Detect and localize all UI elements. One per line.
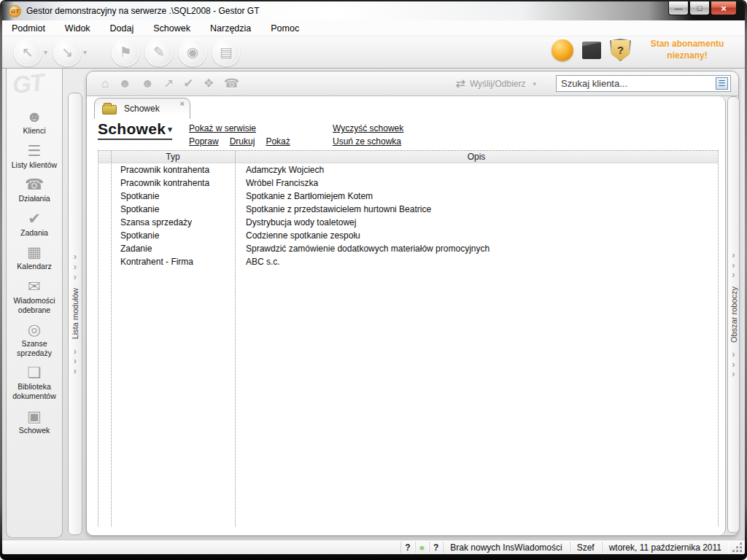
tab-schowek[interactable]: Schowek ×	[94, 98, 190, 119]
sidebar-item-schowek[interactable]: ▣Schowek	[7, 405, 62, 439]
cell-typ: Spotkanie	[111, 190, 235, 203]
page-title[interactable]: Schowek▾	[98, 120, 172, 140]
table-row[interactable]: Kontrahent - FirmaABC s.c.	[98, 255, 718, 268]
chevron-down-icon: ▾	[168, 125, 172, 133]
menu-bar: PodmiotWidokDodajSchowekNarzędziaPomoc	[2, 20, 745, 36]
sidebar-item-label: Listy klientów	[7, 160, 61, 170]
sidebar-item-klienci[interactable]: ☻Klienci	[7, 105, 62, 139]
forward-button[interactable]: ↘	[53, 39, 81, 66]
module-list-strip: ››› Lista modułów ›››	[68, 93, 82, 535]
insert-sphere-icon[interactable]	[551, 39, 573, 61]
search-list-icon[interactable]: ☰	[716, 77, 728, 90]
help-shield-icon[interactable]: ?	[610, 39, 631, 61]
chevron-icon[interactable]: ›	[732, 349, 735, 359]
messages-status[interactable]: Brak nowych InsWiadomości	[443, 542, 569, 553]
listy-klientów-icon: ☰	[7, 141, 61, 160]
phone-button[interactable]: ☎	[224, 76, 239, 91]
link-usuń-ze-schowka[interactable]: Usuń ze schowka	[333, 136, 401, 149]
menu-item-widok[interactable]: Widok	[65, 23, 90, 34]
group-button[interactable]: ❖	[204, 76, 214, 91]
subscription-status: Stan abonamentu nieznany!	[640, 39, 735, 61]
action-button[interactable]: ↗	[163, 76, 174, 91]
sidebar-item-biblioteka-dokumentów[interactable]: ❏Biblioteka dokumentów	[7, 361, 62, 404]
sidebar-item-zadania[interactable]: ✔Zadania	[7, 207, 62, 241]
minimize-button[interactable]: —	[668, 1, 689, 15]
flag-button[interactable]: ⚑	[112, 39, 139, 66]
schowek-icon: ▣	[7, 407, 61, 425]
client-button[interactable]: ☻	[118, 77, 131, 91]
close-button[interactable]: ×	[711, 1, 737, 15]
workspace-content: Schowek × Schowek▾ Pokaż w serwisie Popr…	[87, 96, 726, 535]
resize-grip[interactable]	[732, 542, 743, 553]
sidebar-item-działania[interactable]: ☎Działania	[7, 173, 62, 207]
chevron-icon[interactable]: ›	[74, 262, 77, 272]
task-button[interactable]: ✔	[183, 76, 193, 91]
search-input[interactable]	[561, 78, 716, 89]
sidebar-item-label: Szanse sprzedaży	[7, 339, 61, 357]
table-row[interactable]: SpotkanieSpotkanie z Bartłomiejem Kotem	[98, 190, 718, 203]
column-divider	[235, 151, 236, 526]
chevron-icon[interactable]: ›	[74, 272, 77, 282]
package-cube-icon[interactable]	[582, 42, 601, 59]
sidebar-item-szanse-sprzedaży[interactable]: ◎Szanse sprzedaży	[7, 318, 62, 361]
link-wyczyść-schowek[interactable]: Wyczyść schowek	[333, 123, 403, 136]
table-row[interactable]: Pracownik kontrahentaAdamczyk Wojciech	[98, 163, 718, 176]
status-bar: ? ● ? Brak nowych InsWiadomości Szef wto…	[2, 540, 745, 554]
cash-register-button[interactable]: ⌂	[101, 77, 109, 91]
table-row[interactable]: Szansa sprzedażyDystrybucja wody toaleto…	[98, 216, 718, 229]
link-pokaż[interactable]: Pokaż	[266, 136, 290, 149]
client-employee-button[interactable]: ☻	[141, 77, 154, 91]
sidebar-item-listy-klientów[interactable]: ☰Listy klientów	[7, 139, 62, 174]
chevron-icon[interactable]: ›	[732, 369, 735, 379]
module-sidebar: GT ☻Klienci☰Listy klientów☎Działania✔Zad…	[6, 69, 63, 538]
link-pokaż-w-serwisie[interactable]: Pokaż w serwisie	[189, 123, 256, 136]
link-popraw[interactable]: Popraw	[189, 136, 219, 149]
column-divider	[111, 151, 112, 526]
table-row[interactable]: SpotkanieCodzienne spotkanie zespołu	[98, 229, 718, 242]
cell-typ: Spotkanie	[111, 229, 235, 242]
send-receive-button[interactable]: ⇄ Wyślij/Odbierz ▾	[455, 77, 536, 90]
table-row[interactable]: SpotkanieSpotkanie z przedstawicielem hu…	[98, 203, 718, 216]
sidebar-item-wiadomości-odebrane[interactable]: ✉Wiadomości odebrane	[7, 275, 62, 318]
stamp-button[interactable]: ◉	[179, 39, 206, 66]
table-row[interactable]: Pracownik kontrahentaWróbel Franciszka	[98, 176, 718, 190]
help-status-icon[interactable]: ?	[433, 542, 438, 553]
date-status: wtorek, 11 października 2011	[602, 542, 729, 553]
chevron-icon[interactable]: ›	[74, 252, 77, 262]
table-row[interactable]: ZadanieSprawdzić zamówienie dodatkowych …	[98, 242, 718, 255]
kalendarz-icon: ▦	[7, 243, 61, 261]
menu-item-schowek[interactable]: Schowek	[153, 23, 190, 34]
chevron-down-icon[interactable]: ▾	[83, 48, 87, 56]
send-receive-icon: ⇄	[455, 77, 465, 90]
cell-typ: Szansa sprzedaży	[111, 216, 235, 229]
chevron-icon[interactable]: ›	[74, 366, 77, 376]
clipboard-table: Typ Opis Pracownik kontrahentaAdamczyk W…	[98, 151, 719, 526]
select-client-button[interactable]: ↖	[14, 39, 42, 66]
user-status[interactable]: Szef	[570, 542, 602, 553]
menu-item-podmiot[interactable]: Podmiot	[12, 23, 45, 34]
workspace-panel: ⌂☻☻↗✔❖☎ ⇄ Wyślij/Odbierz ▾ ☰	[86, 71, 739, 536]
chevron-icon[interactable]: ›	[732, 260, 735, 271]
chevron-icon[interactable]: ›	[732, 270, 735, 280]
menu-item-dodaj[interactable]: Dodaj	[110, 23, 134, 34]
work-area-strip-label: Obszar roboczy	[729, 287, 738, 343]
tab-close-icon[interactable]: ×	[180, 99, 185, 108]
edit-button[interactable]: ✎	[145, 39, 173, 66]
sidebar-item-label: Schowek	[7, 426, 61, 435]
link-drukuj[interactable]: Drukuj	[230, 136, 255, 149]
cell-opis: Wróbel Franciszka	[235, 176, 718, 190]
chevron-icon[interactable]: ›	[74, 346, 77, 357]
print-button[interactable]: ▤	[212, 39, 240, 66]
chevron-icon[interactable]: ›	[732, 250, 735, 260]
table-header[interactable]: Typ Opis	[98, 151, 718, 163]
cell-opis: Spotkanie z przedstawicielem hurtowni Be…	[235, 203, 718, 216]
chevron-icon[interactable]: ›	[74, 356, 77, 366]
cell-typ: Zadanie	[111, 242, 235, 255]
help-status-icon[interactable]: ?	[405, 542, 410, 553]
menu-item-pomoc[interactable]: Pomoc	[271, 23, 299, 34]
chevron-icon[interactable]: ›	[732, 359, 735, 370]
chevron-down-icon[interactable]: ▾	[44, 48, 47, 56]
maximize-button[interactable]: □	[689, 1, 710, 15]
menu-item-narzędzia[interactable]: Narzędzia	[210, 23, 251, 34]
sidebar-item-kalendarz[interactable]: ▦Kalendarz	[7, 241, 62, 275]
